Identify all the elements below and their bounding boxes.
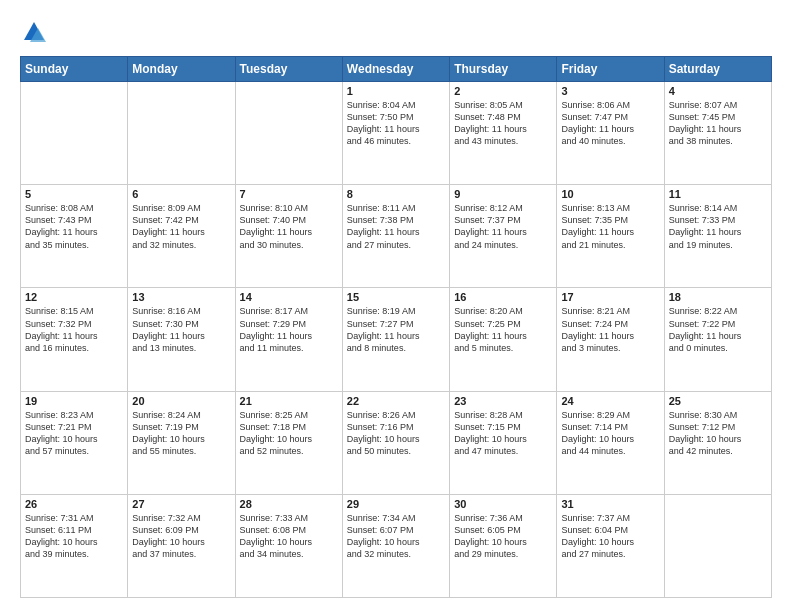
- calendar-cell: 24Sunrise: 8:29 AM Sunset: 7:14 PM Dayli…: [557, 391, 664, 494]
- calendar-cell: 30Sunrise: 7:36 AM Sunset: 6:05 PM Dayli…: [450, 494, 557, 597]
- week-row-3: 12Sunrise: 8:15 AM Sunset: 7:32 PM Dayli…: [21, 288, 772, 391]
- day-info: Sunrise: 8:05 AM Sunset: 7:48 PM Dayligh…: [454, 99, 552, 148]
- logo: [20, 18, 52, 46]
- calendar-cell: 13Sunrise: 8:16 AM Sunset: 7:30 PM Dayli…: [128, 288, 235, 391]
- calendar-cell: 15Sunrise: 8:19 AM Sunset: 7:27 PM Dayli…: [342, 288, 449, 391]
- day-number: 25: [669, 395, 767, 407]
- page: SundayMondayTuesdayWednesdayThursdayFrid…: [0, 0, 792, 612]
- day-info: Sunrise: 8:12 AM Sunset: 7:37 PM Dayligh…: [454, 202, 552, 251]
- week-row-4: 19Sunrise: 8:23 AM Sunset: 7:21 PM Dayli…: [21, 391, 772, 494]
- day-info: Sunrise: 8:16 AM Sunset: 7:30 PM Dayligh…: [132, 305, 230, 354]
- day-info: Sunrise: 7:32 AM Sunset: 6:09 PM Dayligh…: [132, 512, 230, 561]
- calendar-cell: 2Sunrise: 8:05 AM Sunset: 7:48 PM Daylig…: [450, 82, 557, 185]
- day-info: Sunrise: 8:13 AM Sunset: 7:35 PM Dayligh…: [561, 202, 659, 251]
- day-number: 22: [347, 395, 445, 407]
- day-info: Sunrise: 8:08 AM Sunset: 7:43 PM Dayligh…: [25, 202, 123, 251]
- day-number: 18: [669, 291, 767, 303]
- calendar-cell: 5Sunrise: 8:08 AM Sunset: 7:43 PM Daylig…: [21, 185, 128, 288]
- day-info: Sunrise: 8:20 AM Sunset: 7:25 PM Dayligh…: [454, 305, 552, 354]
- day-info: Sunrise: 8:28 AM Sunset: 7:15 PM Dayligh…: [454, 409, 552, 458]
- calendar-cell: 10Sunrise: 8:13 AM Sunset: 7:35 PM Dayli…: [557, 185, 664, 288]
- day-info: Sunrise: 8:11 AM Sunset: 7:38 PM Dayligh…: [347, 202, 445, 251]
- day-number: 31: [561, 498, 659, 510]
- header-day-thursday: Thursday: [450, 57, 557, 82]
- calendar-cell: [664, 494, 771, 597]
- calendar-cell: 22Sunrise: 8:26 AM Sunset: 7:16 PM Dayli…: [342, 391, 449, 494]
- header-day-friday: Friday: [557, 57, 664, 82]
- calendar-cell: 19Sunrise: 8:23 AM Sunset: 7:21 PM Dayli…: [21, 391, 128, 494]
- day-info: Sunrise: 8:21 AM Sunset: 7:24 PM Dayligh…: [561, 305, 659, 354]
- day-info: Sunrise: 8:25 AM Sunset: 7:18 PM Dayligh…: [240, 409, 338, 458]
- calendar-cell: 6Sunrise: 8:09 AM Sunset: 7:42 PM Daylig…: [128, 185, 235, 288]
- day-number: 2: [454, 85, 552, 97]
- logo-icon: [20, 18, 48, 46]
- calendar-cell: 4Sunrise: 8:07 AM Sunset: 7:45 PM Daylig…: [664, 82, 771, 185]
- header-day-tuesday: Tuesday: [235, 57, 342, 82]
- day-info: Sunrise: 8:26 AM Sunset: 7:16 PM Dayligh…: [347, 409, 445, 458]
- day-info: Sunrise: 8:09 AM Sunset: 7:42 PM Dayligh…: [132, 202, 230, 251]
- calendar-cell: 16Sunrise: 8:20 AM Sunset: 7:25 PM Dayli…: [450, 288, 557, 391]
- calendar-cell: 9Sunrise: 8:12 AM Sunset: 7:37 PM Daylig…: [450, 185, 557, 288]
- day-info: Sunrise: 8:29 AM Sunset: 7:14 PM Dayligh…: [561, 409, 659, 458]
- day-info: Sunrise: 7:37 AM Sunset: 6:04 PM Dayligh…: [561, 512, 659, 561]
- calendar-cell: 17Sunrise: 8:21 AM Sunset: 7:24 PM Dayli…: [557, 288, 664, 391]
- header-day-saturday: Saturday: [664, 57, 771, 82]
- day-info: Sunrise: 8:10 AM Sunset: 7:40 PM Dayligh…: [240, 202, 338, 251]
- day-info: Sunrise: 7:31 AM Sunset: 6:11 PM Dayligh…: [25, 512, 123, 561]
- day-info: Sunrise: 7:36 AM Sunset: 6:05 PM Dayligh…: [454, 512, 552, 561]
- day-info: Sunrise: 7:34 AM Sunset: 6:07 PM Dayligh…: [347, 512, 445, 561]
- header-day-sunday: Sunday: [21, 57, 128, 82]
- calendar-cell: 18Sunrise: 8:22 AM Sunset: 7:22 PM Dayli…: [664, 288, 771, 391]
- day-number: 9: [454, 188, 552, 200]
- calendar-cell: [235, 82, 342, 185]
- calendar-cell: 1Sunrise: 8:04 AM Sunset: 7:50 PM Daylig…: [342, 82, 449, 185]
- day-number: 5: [25, 188, 123, 200]
- day-info: Sunrise: 8:24 AM Sunset: 7:19 PM Dayligh…: [132, 409, 230, 458]
- day-info: Sunrise: 8:07 AM Sunset: 7:45 PM Dayligh…: [669, 99, 767, 148]
- day-number: 16: [454, 291, 552, 303]
- day-info: Sunrise: 8:30 AM Sunset: 7:12 PM Dayligh…: [669, 409, 767, 458]
- day-number: 29: [347, 498, 445, 510]
- calendar-cell: 28Sunrise: 7:33 AM Sunset: 6:08 PM Dayli…: [235, 494, 342, 597]
- day-number: 14: [240, 291, 338, 303]
- day-info: Sunrise: 8:14 AM Sunset: 7:33 PM Dayligh…: [669, 202, 767, 251]
- calendar-cell: 14Sunrise: 8:17 AM Sunset: 7:29 PM Dayli…: [235, 288, 342, 391]
- day-number: 20: [132, 395, 230, 407]
- header-day-wednesday: Wednesday: [342, 57, 449, 82]
- day-info: Sunrise: 8:06 AM Sunset: 7:47 PM Dayligh…: [561, 99, 659, 148]
- day-number: 19: [25, 395, 123, 407]
- day-number: 17: [561, 291, 659, 303]
- day-number: 12: [25, 291, 123, 303]
- calendar-cell: [21, 82, 128, 185]
- calendar-cell: 12Sunrise: 8:15 AM Sunset: 7:32 PM Dayli…: [21, 288, 128, 391]
- day-number: 28: [240, 498, 338, 510]
- day-number: 24: [561, 395, 659, 407]
- day-info: Sunrise: 8:17 AM Sunset: 7:29 PM Dayligh…: [240, 305, 338, 354]
- week-row-1: 1Sunrise: 8:04 AM Sunset: 7:50 PM Daylig…: [21, 82, 772, 185]
- week-row-5: 26Sunrise: 7:31 AM Sunset: 6:11 PM Dayli…: [21, 494, 772, 597]
- day-info: Sunrise: 7:33 AM Sunset: 6:08 PM Dayligh…: [240, 512, 338, 561]
- calendar-cell: 21Sunrise: 8:25 AM Sunset: 7:18 PM Dayli…: [235, 391, 342, 494]
- header-day-monday: Monday: [128, 57, 235, 82]
- calendar-cell: 25Sunrise: 8:30 AM Sunset: 7:12 PM Dayli…: [664, 391, 771, 494]
- day-number: 30: [454, 498, 552, 510]
- day-info: Sunrise: 8:04 AM Sunset: 7:50 PM Dayligh…: [347, 99, 445, 148]
- day-info: Sunrise: 8:15 AM Sunset: 7:32 PM Dayligh…: [25, 305, 123, 354]
- calendar-cell: 31Sunrise: 7:37 AM Sunset: 6:04 PM Dayli…: [557, 494, 664, 597]
- calendar-cell: 3Sunrise: 8:06 AM Sunset: 7:47 PM Daylig…: [557, 82, 664, 185]
- calendar-cell: 20Sunrise: 8:24 AM Sunset: 7:19 PM Dayli…: [128, 391, 235, 494]
- day-info: Sunrise: 8:22 AM Sunset: 7:22 PM Dayligh…: [669, 305, 767, 354]
- day-number: 6: [132, 188, 230, 200]
- day-number: 7: [240, 188, 338, 200]
- day-number: 26: [25, 498, 123, 510]
- calendar-cell: 26Sunrise: 7:31 AM Sunset: 6:11 PM Dayli…: [21, 494, 128, 597]
- day-info: Sunrise: 8:19 AM Sunset: 7:27 PM Dayligh…: [347, 305, 445, 354]
- day-info: Sunrise: 8:23 AM Sunset: 7:21 PM Dayligh…: [25, 409, 123, 458]
- calendar-cell: 29Sunrise: 7:34 AM Sunset: 6:07 PM Dayli…: [342, 494, 449, 597]
- day-number: 1: [347, 85, 445, 97]
- day-number: 10: [561, 188, 659, 200]
- calendar-cell: 23Sunrise: 8:28 AM Sunset: 7:15 PM Dayli…: [450, 391, 557, 494]
- calendar-cell: 27Sunrise: 7:32 AM Sunset: 6:09 PM Dayli…: [128, 494, 235, 597]
- day-number: 8: [347, 188, 445, 200]
- day-number: 23: [454, 395, 552, 407]
